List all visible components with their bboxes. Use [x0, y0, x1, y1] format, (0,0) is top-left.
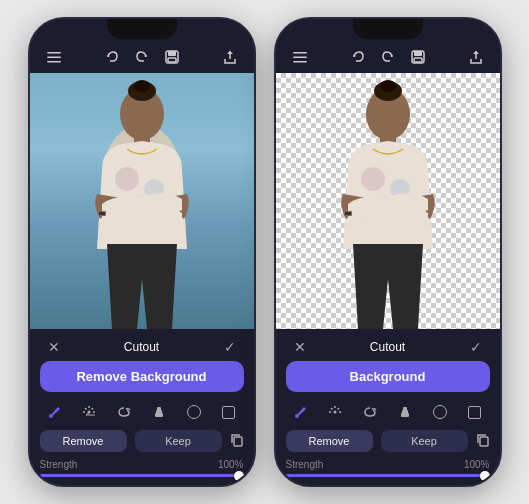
notch-right — [353, 19, 423, 39]
svg-rect-30 — [293, 57, 307, 59]
redo-icon[interactable] — [132, 47, 152, 67]
stamp-tool-right[interactable] — [394, 401, 416, 423]
copy-icon-right[interactable] — [476, 433, 490, 450]
save-icon-right[interactable] — [408, 47, 428, 67]
svg-point-9 — [134, 80, 150, 92]
svg-rect-31 — [293, 61, 307, 63]
svg-point-16 — [49, 414, 53, 418]
circle-tool-right[interactable] — [429, 401, 451, 423]
notch-left — [107, 19, 177, 39]
svg-line-46 — [338, 408, 340, 410]
svg-rect-2 — [47, 61, 61, 63]
share-icon-right[interactable] — [466, 47, 486, 67]
svg-rect-0 — [47, 52, 61, 54]
strength-row-left: Strength 100% — [40, 457, 244, 472]
svg-rect-43 — [345, 212, 351, 215]
person-image-left — [72, 73, 212, 329]
undo-icon-right[interactable] — [348, 47, 368, 67]
svg-line-20 — [85, 408, 87, 410]
svg-rect-5 — [168, 58, 176, 62]
close-button-left[interactable]: ✕ — [44, 339, 64, 355]
redo-icon-right[interactable] — [378, 47, 398, 67]
save-icon[interactable] — [162, 47, 182, 67]
svg-point-50 — [334, 411, 337, 414]
keep-button-right[interactable]: Keep — [381, 430, 468, 452]
square-tool-left[interactable] — [217, 401, 239, 423]
person-image-right — [318, 73, 458, 329]
menu-icon-right[interactable] — [290, 47, 310, 67]
svg-point-24 — [88, 411, 91, 414]
check-button-right[interactable]: ✓ — [466, 339, 486, 355]
copy-icon-left[interactable] — [230, 433, 244, 450]
strength-slider-left[interactable] — [40, 474, 244, 477]
wand-tool-left[interactable] — [78, 401, 100, 423]
share-icon[interactable] — [220, 47, 240, 67]
circle-tool-left[interactable] — [183, 401, 205, 423]
square-tool-right[interactable] — [463, 401, 485, 423]
stamp-tool-left[interactable] — [148, 401, 170, 423]
svg-line-48 — [331, 408, 333, 410]
remove-background-button-right[interactable]: Background — [286, 361, 490, 392]
strength-slider-right[interactable] — [286, 474, 490, 477]
check-button-left[interactable]: ✓ — [220, 339, 240, 355]
remove-keep-row-right: Remove Keep — [286, 430, 490, 452]
menu-icon[interactable] — [44, 47, 64, 67]
svg-point-37 — [380, 80, 396, 92]
svg-rect-54 — [480, 437, 488, 446]
svg-rect-15 — [99, 212, 105, 215]
brush-tool-right[interactable] — [290, 401, 312, 423]
remove-background-button-left[interactable]: Remove Background — [40, 361, 244, 392]
svg-rect-33 — [414, 51, 422, 56]
tools-row-left — [40, 399, 244, 425]
cutout-label-right: Cutout — [310, 340, 466, 354]
svg-point-44 — [295, 414, 299, 418]
svg-rect-34 — [414, 58, 422, 62]
keep-button-left[interactable]: Keep — [135, 430, 222, 452]
remove-button-left[interactable]: Remove — [40, 430, 127, 452]
svg-rect-28 — [234, 437, 242, 446]
svg-point-11 — [115, 167, 139, 191]
image-area-left — [30, 73, 254, 329]
phone-left: ✕ Cutout ✓ Remove Background — [28, 17, 256, 487]
brush-tool-left[interactable] — [44, 401, 66, 423]
strength-label-left: Strength — [40, 459, 78, 470]
strength-pct-left: 100% — [218, 459, 244, 470]
strength-row-right: Strength 100% — [286, 457, 490, 472]
remove-button-right[interactable]: Remove — [286, 430, 373, 452]
cutout-label-left: Cutout — [64, 340, 220, 354]
close-button-right[interactable]: ✕ — [290, 339, 310, 355]
tools-row-right — [286, 399, 490, 425]
wand-tool-right[interactable] — [324, 401, 346, 423]
phone-right: ✕ Cutout ✓ Background — [274, 17, 502, 487]
svg-rect-4 — [168, 51, 176, 56]
svg-rect-1 — [47, 57, 61, 59]
strength-pct-right: 100% — [464, 459, 490, 470]
svg-rect-53 — [403, 407, 407, 411]
strength-label-right: Strength — [286, 459, 324, 470]
lasso-tool-right[interactable] — [359, 401, 381, 423]
bottom-panel-right: ✕ Cutout ✓ Background — [276, 329, 500, 485]
lasso-tool-left[interactable] — [113, 401, 135, 423]
undo-icon[interactable] — [102, 47, 122, 67]
bottom-panel-left: ✕ Cutout ✓ Remove Background — [30, 329, 254, 485]
remove-keep-row-left: Remove Keep — [40, 430, 244, 452]
svg-rect-27 — [157, 407, 161, 411]
svg-point-39 — [361, 167, 385, 191]
svg-rect-29 — [293, 52, 307, 54]
image-area-right — [276, 73, 500, 329]
svg-line-18 — [92, 408, 94, 410]
